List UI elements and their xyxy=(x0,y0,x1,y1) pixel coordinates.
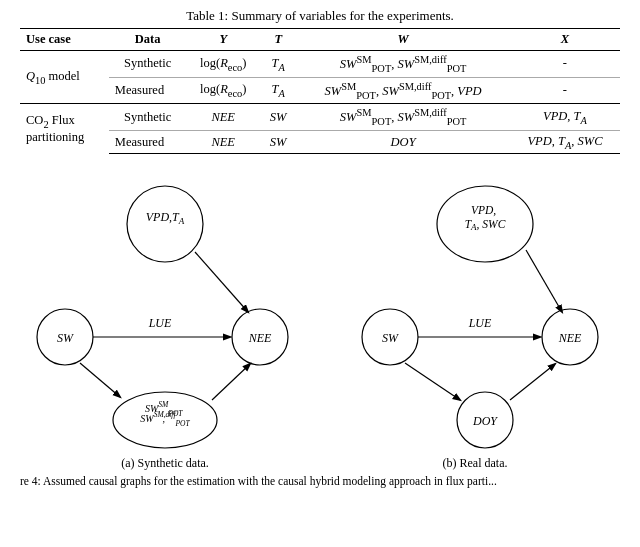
Y-q10-meas: log(Reco) xyxy=(186,77,260,104)
data-q10-meas: Measured xyxy=(109,77,186,104)
arrow-sw-doy xyxy=(405,363,460,400)
table-section: Table 1: Summary of variables for the ex… xyxy=(0,0,640,158)
lue-label-syn: LUE xyxy=(148,316,172,330)
node-nee-real-label: NEE xyxy=(558,331,582,345)
usecase-co2: CO2 Fluxpartitioning xyxy=(20,104,109,154)
Y-co2-syn: NEE xyxy=(186,104,260,131)
Y-co2-meas: NEE xyxy=(186,130,260,154)
diagram-section: VPD,TA SW NEE SWSMPOT , SWSM,diffPOT LUE xyxy=(0,162,640,475)
synthetic-graph: VPD,TA SW NEE SWSMPOT , SWSM,diffPOT LUE xyxy=(20,172,310,452)
T-co2-syn: SW xyxy=(260,104,296,131)
X-co2-syn: VPD, TA xyxy=(510,104,620,131)
col-usecase: Use case xyxy=(20,29,109,51)
node-sw-syn-label: SW xyxy=(57,331,74,345)
X-co2-meas: VPD, TA, SWC xyxy=(510,130,620,154)
table-row: CO2 Fluxpartitioning Synthetic NEE SW SW… xyxy=(20,104,620,131)
W-co2-syn: SWSMPOT, SWSM,diffPOT xyxy=(296,104,510,131)
arrow-doy-nee xyxy=(510,364,555,400)
table-caption: Table 1: Summary of variables for the ex… xyxy=(20,8,620,24)
col-data: Data xyxy=(109,29,186,51)
T-q10-meas: TA xyxy=(260,77,296,104)
data-co2-syn: Synthetic xyxy=(109,104,186,131)
W-co2-meas: DOY xyxy=(296,130,510,154)
arrow-sw-swpot xyxy=(80,363,120,397)
W-q10-syn: SWSMPOT, SWSM,diffPOT xyxy=(296,51,510,78)
T-q10-syn: TA xyxy=(260,51,296,78)
T-co2-meas: SW xyxy=(260,130,296,154)
diagram-b-label: (b) Real data. xyxy=(443,456,508,471)
table-row: Measured log(Reco) TA SWSMPOT, SWSM,diff… xyxy=(20,77,620,104)
col-Y: Y xyxy=(186,29,260,51)
real-graph: VPD, TA, SWC SW NEE DOY LUE xyxy=(330,172,620,452)
diagram-real: VPD, TA, SWC SW NEE DOY LUE (b) Real dat xyxy=(326,172,624,471)
diagram-a-label: (a) Synthetic data. xyxy=(121,456,209,471)
arrow-vpd-nee-real xyxy=(526,250,562,312)
table-row: Q10 model Synthetic log(Reco) TA SWSMPOT… xyxy=(20,51,620,78)
Y-q10-syn: log(Reco) xyxy=(186,51,260,78)
diagram-synthetic: VPD,TA SW NEE SWSMPOT , SWSM,diffPOT LUE xyxy=(16,172,314,471)
col-W: W xyxy=(296,29,510,51)
arrow-vpd-nee xyxy=(195,252,248,312)
W-q10-meas: SWSMPOT, SWSM,diffPOT, VPD xyxy=(296,77,510,104)
summary-table: Use case Data Y T W X Q10 model Syntheti… xyxy=(20,28,620,154)
node-doy-label: DOY xyxy=(472,414,498,428)
lue-label-real: LUE xyxy=(468,316,492,330)
table-row: Measured NEE SW DOY VPD, TA, SWC xyxy=(20,130,620,154)
node-nee-syn-label: NEE xyxy=(248,331,272,345)
node-sw-real-label: SW xyxy=(382,331,399,345)
node-vpd-ta xyxy=(127,186,203,262)
data-q10-syn: Synthetic xyxy=(109,51,186,78)
X-q10-meas: - xyxy=(510,77,620,104)
figure-caption: re 4: Assumed causal graphs for the esti… xyxy=(0,475,640,493)
col-T: T xyxy=(260,29,296,51)
col-X: X xyxy=(510,29,620,51)
caption-text: re 4: Assumed causal graphs for the esti… xyxy=(20,475,497,487)
usecase-q10: Q10 model xyxy=(20,51,109,104)
arrow-swpot-nee xyxy=(212,364,250,400)
data-co2-meas: Measured xyxy=(109,130,186,154)
X-q10-syn: - xyxy=(510,51,620,78)
